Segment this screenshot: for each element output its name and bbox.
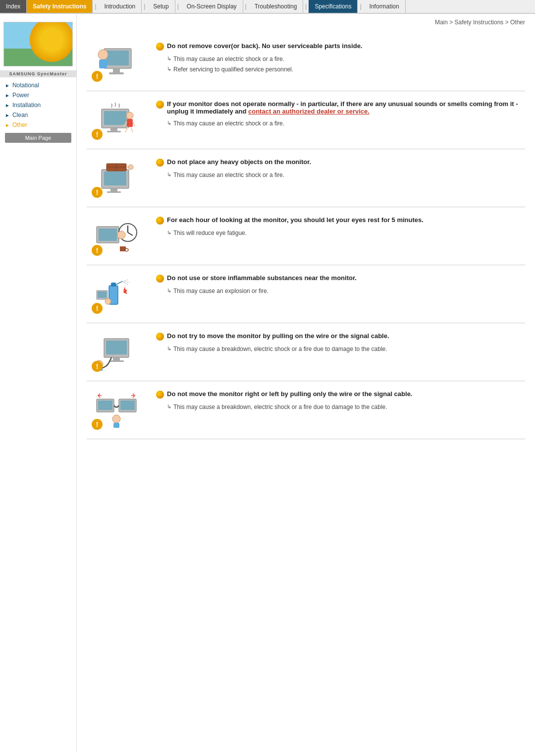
- svg-rect-3: [109, 72, 124, 74]
- section-6: ! Do not try to move the monitor by pull…: [87, 323, 525, 381]
- nav-safety[interactable]: Safety Instructions: [27, 0, 93, 13]
- bullet-icon-5: [156, 275, 164, 283]
- warning-badge-7: !: [92, 419, 103, 430]
- nav-information[interactable]: Information: [364, 0, 406, 13]
- svg-point-30: [117, 231, 125, 239]
- nav-introduction[interactable]: Introduction: [99, 0, 142, 13]
- svg-rect-1: [107, 51, 129, 65]
- section-6-text: Do not try to move the monitor by pullin…: [156, 332, 525, 354]
- note-arrow-icon: ↳: [167, 345, 171, 353]
- arrow-icon: ►: [5, 103, 10, 108]
- arrow-icon: ►: [5, 113, 10, 118]
- nav-sep-2: |: [142, 0, 147, 13]
- nav-sep-5: |: [303, 0, 309, 13]
- nav-osd[interactable]: On-Screen Display: [181, 0, 243, 13]
- nav-sep-4: |: [243, 0, 249, 13]
- svg-rect-7: [104, 111, 126, 125]
- arrow-icon: ►: [5, 93, 10, 98]
- section-3-text: Do not place any heavy objects on the mo…: [156, 158, 525, 180]
- svg-rect-53: [113, 423, 119, 428]
- sidebar-item-clean[interactable]: ► Clean: [0, 110, 76, 120]
- note-item: ↳ Refer servicing to qualified service p…: [167, 65, 525, 74]
- sidebar-item-installation[interactable]: ► Installation: [0, 100, 76, 110]
- svg-point-52: [112, 415, 120, 423]
- note-arrow-icon: ↳: [167, 403, 171, 411]
- section-5-image: !: [87, 274, 146, 314]
- bullet-icon-1: [156, 43, 164, 51]
- section-1-notes: ↳ This may cause an electric shock or a …: [167, 55, 525, 74]
- note-item: ↳ This may cause a breakdown, electric s…: [167, 345, 525, 354]
- svg-point-40: [105, 298, 111, 304]
- note-item: ↳ This may cause an electric shock or a …: [167, 171, 525, 180]
- note-arrow-icon: ↳: [167, 119, 171, 128]
- nav-troubleshooting[interactable]: Troubleshooting: [249, 0, 304, 13]
- section-7-image: !: [87, 390, 146, 430]
- section-7-text: Do not move the monitor right or left by…: [156, 390, 525, 412]
- note-arrow-icon: ↳: [167, 55, 171, 63]
- svg-line-15: [131, 127, 133, 132]
- section-7-notes: ↳ This may cause a breakdown, electric s…: [167, 403, 525, 412]
- arrow-icon: ►: [5, 83, 10, 88]
- svg-rect-49: [98, 401, 112, 410]
- nav-sep-6: |: [358, 0, 363, 13]
- section-2-notes: ↳ This may cause an electric shock or a …: [167, 119, 525, 128]
- section-4: ! For each hour of looking at the monito…: [87, 207, 525, 265]
- note-arrow-icon: ↳: [167, 229, 171, 237]
- svg-rect-18: [110, 188, 117, 191]
- svg-rect-26: [99, 229, 117, 241]
- section-2-text: If your monitor does not operate normall…: [156, 100, 525, 128]
- nav-sep-1: |: [93, 0, 98, 13]
- main-content: Main > Safety Instructions > Other !: [77, 14, 535, 753]
- note-item: ↳ This may cause an explosion or fire.: [167, 287, 525, 296]
- svg-rect-43: [113, 357, 120, 360]
- section-3-notes: ↳ This may cause an electric shock or a …: [167, 171, 525, 180]
- section-4-notes: ↳ This will reduce eye fatigue.: [167, 229, 525, 238]
- warning-badge-5: !: [92, 303, 103, 314]
- nav-setup[interactable]: Setup: [147, 0, 175, 13]
- nav-index[interactable]: Index: [0, 0, 27, 13]
- sidebar-item-power[interactable]: ► Power: [0, 90, 76, 100]
- section-1-title: Do not remove cover(or back). No user se…: [156, 42, 525, 51]
- section-6-notes: ↳ This may cause a breakdown, electric s…: [167, 345, 525, 354]
- svg-rect-42: [106, 341, 127, 354]
- note-item: ↳ This may cause a breakdown, electric s…: [167, 403, 525, 412]
- section-5-title: Do not use or store inflammable substanc…: [156, 274, 525, 283]
- sidebar-logo: SAMSUNG SyncMaster: [0, 70, 76, 77]
- svg-rect-31: [120, 246, 126, 251]
- warning-badge-1: !: [92, 71, 103, 82]
- bullet-icon-3: [156, 159, 164, 167]
- nav-specifications[interactable]: Specifications: [309, 0, 358, 13]
- sidebar-item-other[interactable]: ► Other: [0, 120, 76, 130]
- section-2: ! If your monitor does not operate norma…: [87, 91, 525, 149]
- section-6-image: !: [87, 332, 146, 372]
- page-layout: SAMSUNG SyncMaster ► Notational ► Power …: [0, 14, 535, 753]
- svg-point-10: [126, 112, 133, 119]
- section-6-title: Do not try to move the monitor by pullin…: [156, 332, 525, 341]
- svg-rect-51: [120, 401, 135, 410]
- section-3-image: !: [87, 158, 146, 198]
- section-3-title: Do not place any heavy objects on the mo…: [156, 158, 525, 167]
- section-2-title: If your monitor does not operate normall…: [156, 100, 525, 115]
- svg-rect-8: [110, 128, 117, 131]
- note-item: ↳ This will reduce eye fatigue.: [167, 229, 525, 238]
- section-5-notes: ↳ This may cause an explosion or fire.: [167, 287, 525, 296]
- note-arrow-icon: ↳: [167, 65, 171, 74]
- sidebar: SAMSUNG SyncMaster ► Notational ► Power …: [0, 14, 77, 753]
- warning-badge-6: !: [92, 361, 103, 372]
- bullet-icon-2: [156, 101, 164, 109]
- contact-link[interactable]: contact an authorized dealer or service.: [248, 108, 370, 115]
- svg-rect-39: [98, 291, 107, 298]
- section-2-image: !: [87, 100, 146, 140]
- svg-line-13: [133, 121, 135, 126]
- main-page-button[interactable]: Main Page: [5, 133, 71, 143]
- bullet-icon-7: [156, 391, 164, 399]
- section-1: ! Do not remove cover(or back). No user …: [87, 33, 525, 91]
- bullet-icon-6: [156, 333, 164, 341]
- section-5: ! Do not use or store inflammable substa…: [87, 265, 525, 323]
- section-4-title: For each hour of looking at the monitor,…: [156, 216, 525, 225]
- arrow-icon: ►: [5, 122, 10, 128]
- note-arrow-icon: ↳: [167, 287, 171, 295]
- section-7-title: Do not move the monitor right or left by…: [156, 390, 525, 399]
- sidebar-item-notational[interactable]: ► Notational: [0, 80, 76, 90]
- svg-rect-9: [107, 131, 121, 132]
